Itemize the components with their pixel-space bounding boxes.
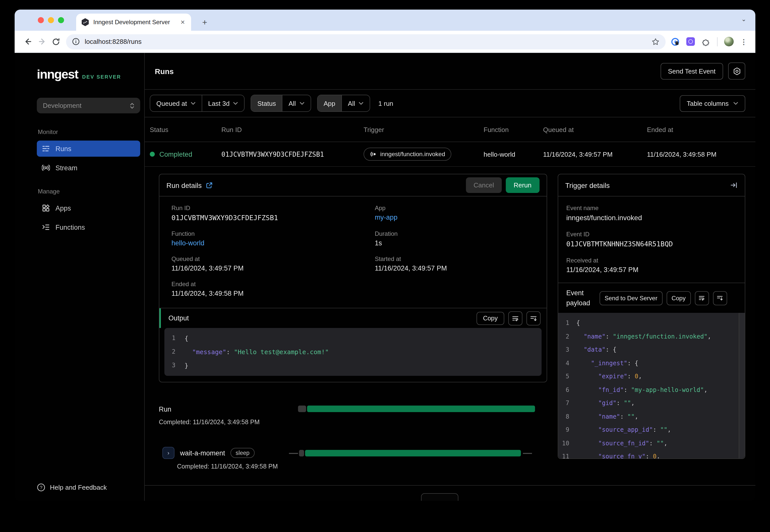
payload-word-wrap-button[interactable]: [695, 291, 709, 305]
sidebar-item-label: Runs: [55, 145, 71, 152]
password-manager-extension-icon[interactable]: [671, 37, 680, 46]
sidebar-item-stream[interactable]: Stream: [37, 160, 140, 176]
app-filter-label: App: [317, 95, 341, 111]
sidebar-item-label: Stream: [55, 164, 77, 172]
column-header-run-id: Run ID: [222, 126, 364, 133]
site-info-icon[interactable]: [72, 38, 80, 45]
bookmark-star-icon[interactable]: [652, 38, 660, 46]
chevron-down-icon: [233, 101, 238, 105]
run-id-field: Run ID 01JCVBTMV3WXY9D3CFDEJFZSB1: [171, 205, 375, 222]
help-label: Help and Feedback: [50, 484, 107, 491]
settings-gear-button[interactable]: [728, 62, 745, 80]
help-and-feedback[interactable]: ? Help and Feedback: [37, 483, 107, 492]
send-test-event-button[interactable]: Send Test Event: [660, 63, 723, 79]
url-text: localhost:8288/runs: [85, 38, 647, 45]
code-line: 1{: [558, 316, 738, 330]
cancel-button[interactable]: Cancel: [466, 177, 501, 193]
tab-close-icon[interactable]: ✕: [179, 19, 186, 25]
browser-window: Inngest Development Server ✕ + ⌄ localho…: [15, 10, 755, 501]
payload-scrollbar[interactable]: [739, 313, 745, 458]
queued-at-field: Queued at 11/16/2024, 3:49:57 PM: [171, 255, 375, 272]
collapse-right-icon: [730, 181, 738, 189]
browser-extension-icon[interactable]: [686, 37, 695, 46]
sidebar-section-monitor: Monitor: [38, 128, 140, 136]
favicon: [81, 18, 89, 26]
clipped-bottom-button[interactable]: [421, 493, 458, 501]
tab-search-chevron-icon[interactable]: ⌄: [741, 16, 746, 23]
run-details-title: Run details: [166, 181, 202, 189]
environment-value: Development: [43, 102, 81, 109]
status-cell: Completed: [150, 150, 222, 158]
column-header-trigger: Trigger: [364, 126, 483, 133]
screen: Inngest Development Server ✕ + ⌄ localho…: [0, 0, 770, 532]
inngest-app: inngest DEV SERVER Development Monitor R…: [15, 53, 755, 501]
chevron-down-icon: [733, 101, 738, 105]
run-progress-track: [298, 406, 535, 412]
time-field-dropdown[interactable]: Queued at: [150, 95, 202, 111]
table-columns-button[interactable]: Table columns: [680, 95, 745, 112]
select-chevrons-icon: [129, 102, 135, 110]
zoom-window-button[interactable]: [58, 17, 64, 23]
environment-select[interactable]: Development: [37, 98, 140, 113]
stream-icon: [42, 164, 50, 172]
rerun-button[interactable]: Rerun: [505, 177, 539, 193]
code-line: 4 "_inngest": {: [558, 356, 738, 370]
functions-icon: [42, 223, 50, 231]
copy-output-button[interactable]: Copy: [476, 312, 504, 325]
time-range-dropdown[interactable]: Last 3d: [202, 95, 244, 111]
tab-title: Inngest Development Server: [93, 19, 175, 26]
code-line: 1{: [164, 331, 541, 345]
trigger-cell: inngest/function.invoked: [364, 148, 483, 161]
minimize-window-button[interactable]: [48, 17, 54, 23]
timeline-run-label: Run: [159, 406, 171, 413]
ended-at-field: Ended at 11/16/2024, 3:49:58 PM: [171, 281, 375, 297]
status-filter-label: Status: [251, 95, 282, 111]
column-header-function: Function: [483, 126, 543, 133]
event-payload-code-block: 1{2 "name": "inngest/function.invoked",3…: [558, 313, 745, 458]
profile-avatar[interactable]: [724, 37, 734, 46]
table-row[interactable]: Completed 01JCVBTMV3WXY9D3CFDEJFZSB1 inn…: [145, 142, 755, 166]
forward-button[interactable]: [35, 35, 49, 49]
word-wrap-button[interactable]: [508, 311, 522, 325]
toolbar-extensions: ⋮: [671, 37, 749, 46]
function-cell: hello-world: [483, 150, 543, 158]
word-wrap-icon: [512, 315, 519, 322]
started-at-field: Started at 11/16/2024, 3:49:57 PM: [375, 255, 534, 272]
sidebar-item-runs[interactable]: Runs: [37, 141, 140, 157]
send-to-dev-server-button[interactable]: Send to Dev Server: [600, 291, 662, 305]
new-tab-button[interactable]: +: [202, 18, 207, 27]
scroll-to-bottom-button[interactable]: [526, 311, 540, 325]
code-line: 2 "name": "inngest/function.invoked",: [558, 330, 738, 343]
app-filter-dropdown[interactable]: All: [342, 95, 370, 111]
status-filter-dropdown[interactable]: All: [282, 95, 310, 111]
column-header-queued-at: Queued at: [543, 126, 647, 133]
code-line: 3 "data": {: [558, 343, 738, 356]
toolbar-divider: [717, 37, 718, 46]
extensions-puzzle-icon[interactable]: [701, 37, 711, 46]
sidebar-item-functions[interactable]: Functions: [37, 219, 140, 235]
sidebar-section-manage: Manage: [38, 188, 140, 195]
code-line: 2 "message": "Hello test@example.com!": [164, 345, 541, 359]
expand-step-button[interactable]: ›: [162, 447, 174, 459]
close-window-button[interactable]: [38, 17, 44, 23]
payload-scroll-to-bottom-button[interactable]: [713, 291, 727, 305]
code-line: 11 "source_fn_v": 0,: [558, 450, 738, 458]
gear-icon: [732, 67, 741, 75]
reload-button[interactable]: [49, 35, 63, 49]
chevron-down-icon: [190, 101, 196, 105]
address-bar[interactable]: localhost:8288/runs: [66, 34, 666, 49]
sidebar: inngest DEV SERVER Development Monitor R…: [15, 53, 145, 501]
sidebar-item-apps[interactable]: Apps: [37, 200, 140, 216]
browser-menu-icon[interactable]: ⋮: [740, 38, 747, 46]
browser-tab[interactable]: Inngest Development Server ✕: [76, 14, 191, 31]
time-range-value: Last 3d: [208, 99, 230, 107]
back-button[interactable]: [21, 35, 35, 49]
open-in-new-icon[interactable]: [206, 182, 213, 189]
app-link[interactable]: my-app: [375, 214, 534, 221]
trigger-event-pill[interactable]: inngest/function.invoked: [364, 148, 451, 161]
collapse-panel-button[interactable]: [730, 181, 738, 189]
function-link[interactable]: hello-world: [171, 239, 375, 247]
sidebar-item-label: Apps: [55, 204, 71, 212]
copy-payload-button[interactable]: Copy: [666, 291, 691, 305]
run-timeline: Run Completed: 11/16/2024, 3:49:58 PM › …: [159, 405, 547, 480]
